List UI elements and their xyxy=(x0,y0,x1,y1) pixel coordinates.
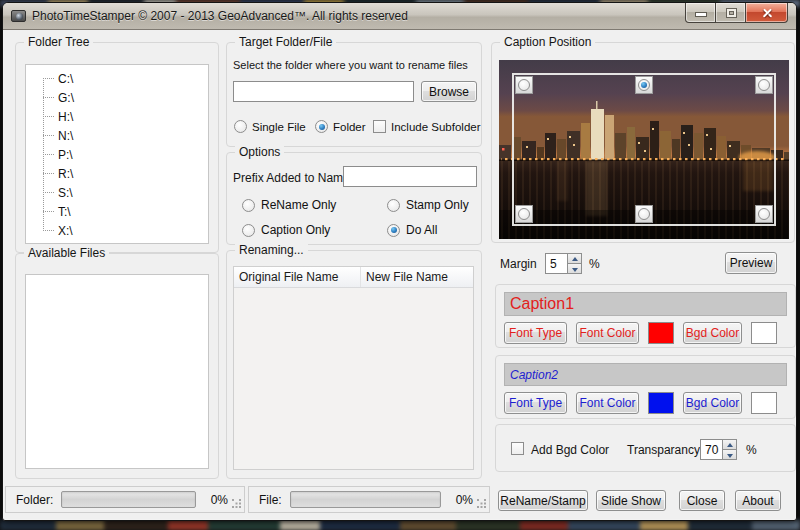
transparency-down-button[interactable] xyxy=(722,450,737,460)
rename-only-option[interactable]: ReName Only xyxy=(242,198,336,212)
caption-pos-bottom-right-radio[interactable] xyxy=(758,208,770,220)
caption-pos-top-left-radio[interactable] xyxy=(518,79,530,91)
do-all-radio[interactable] xyxy=(387,224,400,237)
caption-pos-bottom-right[interactable] xyxy=(755,205,773,223)
margin-value[interactable]: 5 xyxy=(545,253,567,274)
close-button[interactable] xyxy=(745,3,788,23)
caption1-controls: Font Type Font Color Bgd Color xyxy=(504,322,787,344)
caption-pos-top-center[interactable] xyxy=(635,76,653,94)
background-options-panel: Add Bgd Color Transparancy 70 % xyxy=(495,424,796,472)
target-path-input[interactable] xyxy=(233,81,414,102)
caption-pos-top-center-radio[interactable] xyxy=(638,79,650,91)
include-subfolder-option[interactable]: Include Subfolder xyxy=(373,120,481,133)
caption2-font-type-button[interactable]: Font Type xyxy=(504,392,567,414)
single-file-radio[interactable] xyxy=(234,120,247,133)
include-subfolder-checkbox[interactable] xyxy=(373,120,386,133)
folder-option[interactable]: Folder xyxy=(315,120,366,133)
caption-pos-bottom-left[interactable] xyxy=(515,205,533,223)
caption-position-group-label: Caption Position xyxy=(500,35,595,49)
caption1-font-color-swatch xyxy=(648,322,674,344)
single-file-option[interactable]: Single File xyxy=(234,120,306,133)
minimize-button[interactable] xyxy=(685,3,716,23)
column-header-new-name[interactable]: New File Name xyxy=(361,267,448,287)
transparency-label: Transparancy xyxy=(627,443,700,457)
caption-only-label[interactable]: Caption Only xyxy=(261,223,330,237)
caption1-panel: Caption1 Font Type Font Color Bgd Color xyxy=(495,284,796,348)
caption1-font-color-button[interactable]: Font Color xyxy=(576,322,639,344)
caption2-controls: Font Type Font Color Bgd Color xyxy=(504,392,787,414)
caption-pos-bottom-center-radio[interactable] xyxy=(638,208,650,220)
add-bgd-color-label[interactable]: Add Bgd Color xyxy=(531,443,609,457)
caption1-font-type-button[interactable]: Font Type xyxy=(504,322,567,344)
tree-item-drive[interactable]: G:\ xyxy=(36,88,208,107)
tree-item-drive[interactable]: T:\ xyxy=(36,202,208,221)
tree-branch-line xyxy=(43,230,54,231)
caption-pos-top-left[interactable] xyxy=(515,76,533,94)
caption-only-option[interactable]: Caption Only xyxy=(242,223,330,237)
include-subfolder-label[interactable]: Include Subfolder xyxy=(391,121,481,133)
options-group: Options Prefix Added to Name ReName Only… xyxy=(226,152,482,245)
rename-only-radio[interactable] xyxy=(242,199,255,212)
folder-panel-resize-grip[interactable] xyxy=(232,499,241,508)
renaming-listview[interactable]: Original File Name New File Name xyxy=(233,266,474,470)
file-progress-bar xyxy=(290,491,441,508)
transparency-spinner[interactable]: 70 xyxy=(700,439,737,460)
transparency-up-button[interactable] xyxy=(722,439,737,450)
available-files-listbox[interactable] xyxy=(25,274,209,469)
caption2-text-box[interactable]: Caption2 xyxy=(504,363,787,386)
stamp-only-option[interactable]: Stamp Only xyxy=(387,198,469,212)
tree-item-drive[interactable]: C:\ xyxy=(36,69,208,88)
tree-branch-line xyxy=(43,135,54,136)
tree-item-drive[interactable]: N:\ xyxy=(36,126,208,145)
window-title: PhotoTimeStamper © 2007 - 2013 GeoAdvanc… xyxy=(32,9,408,23)
folder-option-label[interactable]: Folder xyxy=(333,121,366,133)
folder-progress-bar xyxy=(61,491,196,508)
minimize-icon xyxy=(696,13,706,16)
caption2-bgd-color-button[interactable]: Bgd Color xyxy=(683,392,742,414)
do-all-option[interactable]: Do All xyxy=(387,223,437,237)
do-all-label[interactable]: Do All xyxy=(406,223,437,237)
margin-up-button[interactable] xyxy=(567,253,582,264)
tree-branch-line xyxy=(43,116,54,117)
maximize-button[interactable] xyxy=(716,3,745,23)
tree-item-drive[interactable]: P:\ xyxy=(36,145,208,164)
rename-stamp-button[interactable]: ReName/Stamp xyxy=(498,490,588,511)
column-header-original-name[interactable]: Original File Name xyxy=(234,267,361,287)
caption-pos-bottom-center[interactable] xyxy=(635,205,653,223)
preview-button[interactable]: Preview xyxy=(725,252,777,274)
title-bar[interactable]: PhotoTimeStamper © 2007 - 2013 GeoAdvanc… xyxy=(3,3,796,30)
caption1-bgd-color-button[interactable]: Bgd Color xyxy=(683,322,742,344)
tree-item-drive[interactable]: H:\ xyxy=(36,107,208,126)
close-dialog-button[interactable]: Close xyxy=(679,490,725,511)
margin-spinner[interactable]: 5 xyxy=(545,253,582,274)
add-bgd-color-checkbox[interactable] xyxy=(511,442,524,455)
rename-only-label[interactable]: ReName Only xyxy=(261,198,336,212)
folder-tree-listbox[interactable]: C:\ G:\ H:\ N:\ P:\ R:\ S:\ T:\ X:\ xyxy=(25,64,209,244)
tree-item-drive[interactable]: R:\ xyxy=(36,164,208,183)
browse-button[interactable]: Browse xyxy=(421,81,477,102)
file-panel-resize-grip[interactable] xyxy=(477,499,486,508)
stamp-only-radio[interactable] xyxy=(387,199,400,212)
slide-show-button[interactable]: Slide Show xyxy=(596,490,666,511)
window-controls xyxy=(685,3,788,23)
transparency-value[interactable]: 70 xyxy=(700,439,722,460)
caption-pos-top-right-radio[interactable] xyxy=(758,79,770,91)
camera-app-icon xyxy=(11,10,26,22)
single-file-label[interactable]: Single File xyxy=(252,121,306,133)
caption2-bgd-color-swatch xyxy=(751,392,777,414)
caption-pos-bottom-left-radio[interactable] xyxy=(518,208,530,220)
caption1-text-box[interactable]: Caption1 xyxy=(504,292,787,316)
renaming-group-label: Renaming... xyxy=(235,243,308,257)
caption-only-radio[interactable] xyxy=(242,224,255,237)
options-group-label: Options xyxy=(235,145,284,159)
folder-radio[interactable] xyxy=(315,120,328,133)
caption-pos-top-right[interactable] xyxy=(755,76,773,94)
folder-tree-group-label: Folder Tree xyxy=(24,35,93,49)
prefix-input[interactable] xyxy=(343,166,477,187)
stamp-only-label[interactable]: Stamp Only xyxy=(406,198,469,212)
tree-item-drive[interactable]: S:\ xyxy=(36,183,208,202)
caption2-font-color-button[interactable]: Font Color xyxy=(576,392,639,414)
margin-down-button[interactable] xyxy=(567,264,582,274)
tree-item-drive[interactable]: X:\ xyxy=(36,221,208,240)
about-button[interactable]: About xyxy=(735,490,781,511)
